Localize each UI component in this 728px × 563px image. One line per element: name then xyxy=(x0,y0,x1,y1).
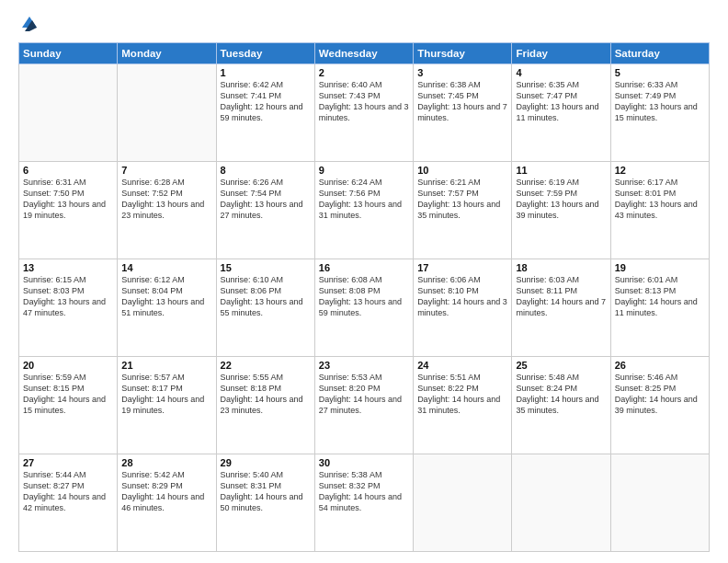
day-number: 16 xyxy=(319,262,409,273)
day-info: Sunrise: 6:03 AM Sunset: 8:11 PM Dayligh… xyxy=(516,274,606,319)
calendar-cell xyxy=(512,454,610,552)
day-number: 8 xyxy=(221,165,311,176)
calendar-cell: 16Sunrise: 6:08 AM Sunset: 8:08 PM Dayli… xyxy=(314,259,413,357)
day-number: 23 xyxy=(319,360,409,371)
calendar-cell: 18Sunrise: 6:03 AM Sunset: 8:11 PM Dayli… xyxy=(512,259,610,357)
day-info: Sunrise: 5:57 AM Sunset: 8:17 PM Dayligh… xyxy=(121,372,211,417)
calendar-day-header: Tuesday xyxy=(216,43,314,64)
day-number: 28 xyxy=(121,457,211,468)
day-info: Sunrise: 5:44 AM Sunset: 8:27 PM Dayligh… xyxy=(23,469,113,514)
day-info: Sunrise: 6:15 AM Sunset: 8:03 PM Dayligh… xyxy=(23,274,113,319)
day-number: 4 xyxy=(516,67,606,78)
calendar-week-row: 27Sunrise: 5:44 AM Sunset: 8:27 PM Dayli… xyxy=(19,454,710,552)
calendar-cell: 6Sunrise: 6:31 AM Sunset: 7:50 PM Daylig… xyxy=(19,162,118,259)
calendar-cell: 28Sunrise: 5:42 AM Sunset: 8:29 PM Dayli… xyxy=(118,454,216,552)
day-number: 27 xyxy=(23,457,113,468)
logo xyxy=(18,15,39,33)
calendar-day-header: Saturday xyxy=(610,43,709,64)
calendar-cell: 10Sunrise: 6:21 AM Sunset: 7:57 PM Dayli… xyxy=(414,162,512,259)
logo-icon xyxy=(20,15,39,33)
day-info: Sunrise: 5:40 AM Sunset: 8:31 PM Dayligh… xyxy=(221,469,311,514)
calendar-cell: 17Sunrise: 6:06 AM Sunset: 8:10 PM Dayli… xyxy=(414,259,512,357)
calendar-day-header: Friday xyxy=(512,43,610,64)
calendar-week-row: 13Sunrise: 6:15 AM Sunset: 8:03 PM Dayli… xyxy=(19,259,710,357)
day-info: Sunrise: 6:06 AM Sunset: 8:10 PM Dayligh… xyxy=(417,274,507,319)
calendar-header-row: SundayMondayTuesdayWednesdayThursdayFrid… xyxy=(19,43,710,64)
calendar-cell: 23Sunrise: 5:53 AM Sunset: 8:20 PM Dayli… xyxy=(314,357,413,454)
calendar-week-row: 6Sunrise: 6:31 AM Sunset: 7:50 PM Daylig… xyxy=(19,162,710,259)
calendar-cell: 19Sunrise: 6:01 AM Sunset: 8:13 PM Dayli… xyxy=(610,259,709,357)
calendar-day-header: Sunday xyxy=(19,43,118,64)
calendar-cell: 22Sunrise: 5:55 AM Sunset: 8:18 PM Dayli… xyxy=(216,357,314,454)
day-number: 25 xyxy=(516,360,606,371)
day-number: 20 xyxy=(23,360,113,371)
day-info: Sunrise: 6:40 AM Sunset: 7:43 PM Dayligh… xyxy=(319,79,409,124)
calendar-cell: 1Sunrise: 6:42 AM Sunset: 7:41 PM Daylig… xyxy=(216,64,314,162)
day-number: 19 xyxy=(615,262,705,273)
day-info: Sunrise: 6:21 AM Sunset: 7:57 PM Dayligh… xyxy=(417,177,507,222)
calendar-cell xyxy=(19,64,118,162)
day-number: 9 xyxy=(319,165,409,176)
day-number: 17 xyxy=(417,262,507,273)
day-info: Sunrise: 5:55 AM Sunset: 8:18 PM Dayligh… xyxy=(221,372,311,417)
day-info: Sunrise: 6:24 AM Sunset: 7:56 PM Dayligh… xyxy=(319,177,409,222)
day-info: Sunrise: 6:01 AM Sunset: 8:13 PM Dayligh… xyxy=(615,274,705,319)
day-info: Sunrise: 6:33 AM Sunset: 7:49 PM Dayligh… xyxy=(615,79,705,124)
day-number: 24 xyxy=(417,360,507,371)
day-info: Sunrise: 5:48 AM Sunset: 8:24 PM Dayligh… xyxy=(516,372,606,417)
day-info: Sunrise: 6:35 AM Sunset: 7:47 PM Dayligh… xyxy=(516,79,606,124)
calendar-day-header: Thursday xyxy=(414,43,512,64)
calendar-cell: 12Sunrise: 6:17 AM Sunset: 8:01 PM Dayli… xyxy=(610,162,709,259)
calendar-cell: 25Sunrise: 5:48 AM Sunset: 8:24 PM Dayli… xyxy=(512,357,610,454)
day-info: Sunrise: 6:17 AM Sunset: 8:01 PM Dayligh… xyxy=(615,177,705,222)
day-info: Sunrise: 5:51 AM Sunset: 8:22 PM Dayligh… xyxy=(417,372,507,417)
calendar-cell: 27Sunrise: 5:44 AM Sunset: 8:27 PM Dayli… xyxy=(19,454,118,552)
day-info: Sunrise: 5:53 AM Sunset: 8:20 PM Dayligh… xyxy=(319,372,409,417)
calendar-cell: 21Sunrise: 5:57 AM Sunset: 8:17 PM Dayli… xyxy=(118,357,216,454)
calendar-cell: 9Sunrise: 6:24 AM Sunset: 7:56 PM Daylig… xyxy=(314,162,413,259)
day-info: Sunrise: 6:31 AM Sunset: 7:50 PM Dayligh… xyxy=(23,177,113,222)
day-number: 13 xyxy=(23,262,113,273)
day-number: 30 xyxy=(319,457,409,468)
calendar-cell: 15Sunrise: 6:10 AM Sunset: 8:06 PM Dayli… xyxy=(216,259,314,357)
calendar-week-row: 1Sunrise: 6:42 AM Sunset: 7:41 PM Daylig… xyxy=(19,64,710,162)
day-number: 3 xyxy=(417,67,507,78)
calendar-cell: 13Sunrise: 6:15 AM Sunset: 8:03 PM Dayli… xyxy=(19,259,118,357)
day-number: 12 xyxy=(615,165,705,176)
day-info: Sunrise: 6:19 AM Sunset: 7:59 PM Dayligh… xyxy=(516,177,606,222)
day-number: 26 xyxy=(615,360,705,371)
day-number: 7 xyxy=(121,165,211,176)
calendar-cell: 5Sunrise: 6:33 AM Sunset: 7:49 PM Daylig… xyxy=(610,64,709,162)
day-info: Sunrise: 6:26 AM Sunset: 7:54 PM Dayligh… xyxy=(221,177,311,222)
day-number: 29 xyxy=(221,457,311,468)
day-number: 11 xyxy=(516,165,606,176)
day-number: 10 xyxy=(417,165,507,176)
day-info: Sunrise: 5:42 AM Sunset: 8:29 PM Dayligh… xyxy=(121,469,211,514)
calendar-cell: 26Sunrise: 5:46 AM Sunset: 8:25 PM Dayli… xyxy=(610,357,709,454)
calendar-cell xyxy=(118,64,216,162)
day-info: Sunrise: 5:59 AM Sunset: 8:15 PM Dayligh… xyxy=(23,372,113,417)
day-info: Sunrise: 5:46 AM Sunset: 8:25 PM Dayligh… xyxy=(615,372,705,417)
calendar-cell xyxy=(610,454,709,552)
calendar-cell: 20Sunrise: 5:59 AM Sunset: 8:15 PM Dayli… xyxy=(19,357,118,454)
calendar-cell: 14Sunrise: 6:12 AM Sunset: 8:04 PM Dayli… xyxy=(118,259,216,357)
day-info: Sunrise: 6:12 AM Sunset: 8:04 PM Dayligh… xyxy=(121,274,211,319)
calendar-cell: 29Sunrise: 5:40 AM Sunset: 8:31 PM Dayli… xyxy=(216,454,314,552)
calendar-cell xyxy=(414,454,512,552)
day-number: 5 xyxy=(615,67,705,78)
calendar-cell: 7Sunrise: 6:28 AM Sunset: 7:52 PM Daylig… xyxy=(118,162,216,259)
calendar-day-header: Wednesday xyxy=(314,43,413,64)
day-number: 15 xyxy=(221,262,311,273)
day-number: 6 xyxy=(23,165,113,176)
day-number: 2 xyxy=(319,67,409,78)
calendar-table: SundayMondayTuesdayWednesdayThursdayFrid… xyxy=(18,42,710,552)
calendar-cell: 2Sunrise: 6:40 AM Sunset: 7:43 PM Daylig… xyxy=(314,64,413,162)
calendar-day-header: Monday xyxy=(118,43,216,64)
calendar-cell: 30Sunrise: 5:38 AM Sunset: 8:32 PM Dayli… xyxy=(314,454,413,552)
day-number: 1 xyxy=(221,67,311,78)
calendar-cell: 4Sunrise: 6:35 AM Sunset: 7:47 PM Daylig… xyxy=(512,64,610,162)
calendar-cell: 24Sunrise: 5:51 AM Sunset: 8:22 PM Dayli… xyxy=(414,357,512,454)
day-info: Sunrise: 6:10 AM Sunset: 8:06 PM Dayligh… xyxy=(221,274,311,319)
calendar-cell: 3Sunrise: 6:38 AM Sunset: 7:45 PM Daylig… xyxy=(414,64,512,162)
calendar-cell: 8Sunrise: 6:26 AM Sunset: 7:54 PM Daylig… xyxy=(216,162,314,259)
